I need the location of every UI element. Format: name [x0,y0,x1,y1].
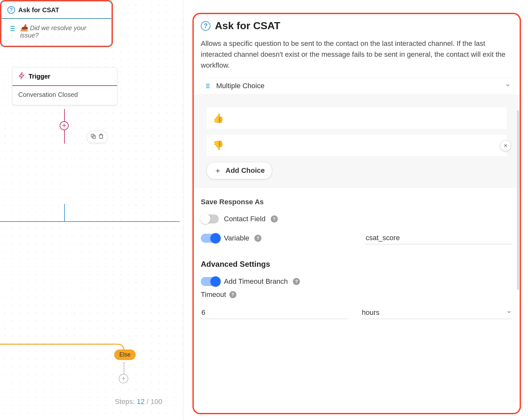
variable-name-input[interactable] [365,232,513,244]
scrollbar[interactable] [517,110,519,290]
choice-value: 👎 [213,140,224,150]
trigger-icon [18,72,25,81]
timeout-inputs: hours [201,307,513,319]
advanced-settings-label: Advanced Settings [201,260,513,269]
help-icon[interactable]: ? [254,235,261,242]
csat-header: ? Ask for CSAT [2,2,111,18]
timeout-unit-select[interactable]: hours [361,307,513,319]
variable-toggle[interactable] [201,234,219,243]
detail-panel: ? Ask for CSAT Allows a specific questio… [192,13,521,414]
connector [64,130,65,144]
steps-counter: Steps: 12 / 100 [115,398,162,406]
add-choice-label: Add Choice [226,166,265,175]
add-step-button[interactable]: + [60,121,69,130]
plus-icon: ＋ [214,165,222,176]
trigger-title: Trigger [29,73,50,80]
contact-field-toggle[interactable] [201,214,219,223]
connector [64,204,65,221]
add-choice-button[interactable]: ＋ Add Choice [207,162,272,179]
trigger-node[interactable]: Trigger Conversation Closed [12,67,117,105]
choices-area: 👍 👎 ＋ Add Choice [194,95,520,188]
chevron-down-icon [505,82,511,89]
else-label[interactable]: Else [114,349,136,360]
help-icon[interactable]: ? [271,215,278,223]
question-type-value: Multiple Choice [216,82,264,90]
timeout-label: Timeout [201,290,226,299]
help-icon[interactable]: ? [293,278,300,285]
timeout-unit-value: hours [362,308,379,317]
question-icon: ? [201,21,210,31]
timeout-branch-toggle-row: Add Timeout Branch ? [201,277,513,286]
workflow-canvas[interactable]: Trigger Conversation Closed + ? Ask for … [0,0,183,420]
duplicate-icon[interactable] [90,133,97,141]
contact-field-toggle-row: Contact Field ? [201,214,513,223]
chevron-down-icon [506,309,512,316]
timeout-branch-toggle[interactable] [201,277,219,286]
csat-title: Ask for CSAT [18,6,59,14]
panel-title: Ask for CSAT [215,20,280,32]
csat-node[interactable]: ? Ask for CSAT 📥 Did we resolve your iss… [0,0,113,47]
help-icon[interactable]: ? [229,291,236,298]
panel-title-row: ? Ask for CSAT [201,20,513,32]
list-icon [203,81,212,90]
add-step-button[interactable]: + [119,374,128,383]
timeout-label-row: Timeout ? [201,290,513,299]
choice-row[interactable]: 👍 [207,107,507,129]
csat-question: 📥 Did we resolve your issue? [20,24,106,39]
panel-description: Allows a specific question to be sent to… [201,38,513,71]
timeout-value-input[interactable] [201,307,348,319]
variable-label: Variable [224,234,249,242]
question-type-select[interactable]: Multiple Choice [201,77,513,95]
delete-icon[interactable] [98,133,104,141]
question-icon: ? [7,6,15,14]
csat-body: 📥 Did we resolve your issue? [2,19,111,46]
variable-toggle-row: Variable ? [201,232,513,244]
trigger-body: Conversation Closed [13,86,117,105]
connector [0,344,117,345]
contact-field-label: Contact Field [224,215,266,223]
node-actions [87,131,108,143]
remove-choice-button[interactable] [500,140,511,151]
save-response-label: Save Response As [201,198,513,206]
connector [123,362,124,374]
timeout-branch-label: Add Timeout Branch [224,277,288,286]
list-icon [7,24,16,33]
trigger-header: Trigger [13,68,117,85]
connector [0,221,180,222]
choice-value: 👍 [213,113,224,123]
choice-row[interactable]: 👎 [207,135,507,156]
